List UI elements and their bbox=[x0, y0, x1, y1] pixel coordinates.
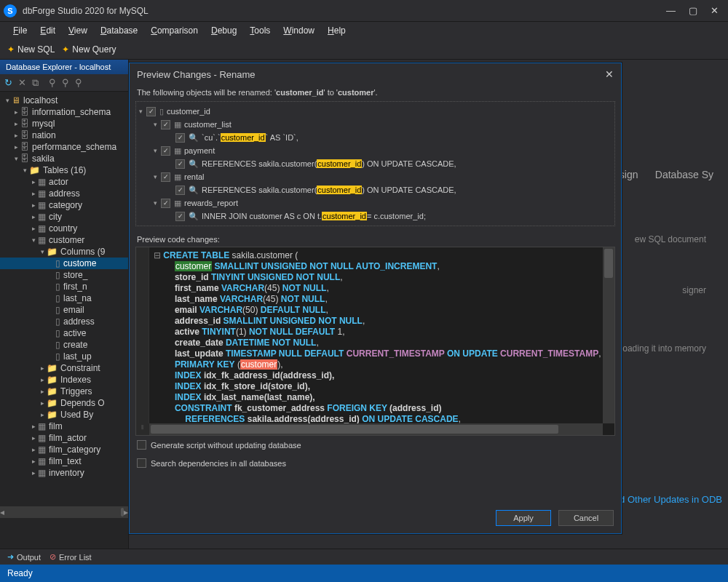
folder-node[interactable]: ▸📁Constraint bbox=[0, 362, 128, 374]
obj-node[interactable]: ▾✓▦rewards_report bbox=[139, 196, 612, 210]
table-node[interactable]: ▸▦address bbox=[0, 188, 128, 199]
table-node[interactable]: ▸▦category bbox=[0, 199, 128, 211]
delete-icon[interactable]: ✕ bbox=[18, 77, 26, 88]
column-node[interactable]: ▯store_ bbox=[0, 269, 128, 281]
db-node[interactable]: ▸🗄mysql bbox=[0, 118, 128, 129]
db-node[interactable]: ▸🗄nation bbox=[0, 129, 128, 141]
table-node[interactable]: ▸▦film bbox=[0, 420, 128, 432]
close-button[interactable]: ✕ bbox=[711, 5, 719, 16]
code-gutter bbox=[136, 247, 149, 435]
menu-debug[interactable]: Debug bbox=[205, 24, 242, 37]
new-sql-button[interactable]: ✦New SQL bbox=[7, 44, 55, 55]
folder-node[interactable]: ▸📁Indexes bbox=[0, 374, 128, 386]
column-node[interactable]: ▯last_up bbox=[0, 351, 128, 362]
tables-folder[interactable]: ▾📁Tables (16) bbox=[0, 164, 128, 176]
code-preview[interactable]: ⊟ CREATE TABLE sakila.customer ( custome… bbox=[135, 247, 615, 436]
column-node[interactable]: ▯create bbox=[0, 339, 128, 351]
menu-edit[interactable]: Edit bbox=[34, 24, 61, 37]
column-customer-id[interactable]: ▯custome bbox=[0, 258, 128, 269]
scroll-right-icon[interactable]: ▸ bbox=[124, 507, 128, 517]
checkbox-icon[interactable]: ✓ bbox=[146, 107, 156, 116]
obj-node[interactable]: ▾✓▦payment bbox=[139, 144, 612, 157]
checkbox-icon[interactable]: ✓ bbox=[175, 159, 185, 169]
code-vscrollbar[interactable] bbox=[603, 247, 614, 423]
scroll-left-icon[interactable]: ◂ bbox=[0, 507, 4, 517]
checkbox-icon[interactable]: ✓ bbox=[175, 133, 185, 143]
checkbox-icon[interactable]: ✓ bbox=[161, 199, 170, 208]
new-query-button[interactable]: ✦New Query bbox=[62, 44, 116, 55]
table-node[interactable]: ▸▦city bbox=[0, 211, 128, 223]
maximize-button[interactable]: ▢ bbox=[689, 5, 697, 16]
option-generate-script[interactable]: Generate script without updating databas… bbox=[130, 436, 621, 454]
column-node[interactable]: ▯email bbox=[0, 304, 128, 316]
obj-detail[interactable]: ✓🔍`cu`.`customer_id` AS `ID`, bbox=[139, 131, 612, 144]
obj-node[interactable]: ▾✓▦customer_list bbox=[139, 118, 612, 131]
folder-node[interactable]: ▸📁Triggers bbox=[0, 386, 128, 397]
folder-node[interactable]: ▸📁Used By bbox=[0, 409, 128, 420]
checkbox-icon[interactable]: ✓ bbox=[175, 186, 185, 195]
menu-database[interactable]: Database bbox=[95, 24, 143, 37]
explorer-hscrollbar[interactable]: ◂ ▸ bbox=[0, 506, 128, 518]
server-node[interactable]: ▾🖥localhost bbox=[0, 95, 128, 106]
table-node[interactable]: ▸▦film_actor bbox=[0, 432, 128, 444]
obj-detail[interactable]: ✓🔍REFERENCES sakila.customer(customer_id… bbox=[139, 157, 612, 170]
table-node[interactable]: ▸▦film_category bbox=[0, 444, 128, 455]
apply-button[interactable]: Apply bbox=[496, 510, 551, 526]
copy-icon[interactable]: ⧉ bbox=[32, 77, 39, 89]
table-node[interactable]: ▸▦country bbox=[0, 223, 128, 234]
menu-window[interactable]: Window bbox=[277, 24, 320, 37]
cancel-button[interactable]: Cancel bbox=[558, 510, 614, 526]
menu-comparison[interactable]: Comparison bbox=[145, 24, 204, 37]
filter-icon[interactable]: ⚲ bbox=[49, 77, 56, 88]
db-node[interactable]: ▸🗄information_schema bbox=[0, 106, 128, 118]
folder-icon: 📁 bbox=[29, 165, 40, 175]
obj-detail[interactable]: ✓🔍INNER JOIN customer AS c ON t.customer… bbox=[139, 210, 612, 223]
checkbox-icon[interactable]: ✓ bbox=[161, 120, 170, 129]
checkbox-icon[interactable]: ✓ bbox=[161, 146, 170, 156]
menu-help[interactable]: Help bbox=[322, 24, 352, 37]
obj-detail[interactable]: ✓🔍REFERENCES sakila.customer(customer_id… bbox=[139, 183, 612, 196]
menu-view[interactable]: View bbox=[63, 24, 93, 37]
news-link[interactable]: nd Other Updates in ODB bbox=[614, 494, 722, 505]
column-node[interactable]: ▯address bbox=[0, 316, 128, 327]
filter3-icon[interactable]: ⚲ bbox=[75, 77, 82, 88]
column-node[interactable]: ▯last_na bbox=[0, 292, 128, 304]
minimize-button[interactable]: — bbox=[666, 5, 676, 16]
table-customer[interactable]: ▾▦customer bbox=[0, 234, 128, 246]
table-node[interactable]: ▸▦actor bbox=[0, 176, 128, 188]
menu-tools[interactable]: Tools bbox=[244, 24, 276, 37]
menu-file[interactable]: File bbox=[7, 24, 33, 37]
error-list-tab[interactable]: ⊘Error List bbox=[50, 552, 92, 562]
checkbox-icon[interactable]: ✓ bbox=[175, 212, 185, 221]
db-node[interactable]: ▸🗄performance_schema bbox=[0, 141, 128, 153]
table-node[interactable]: ▸▦film_text bbox=[0, 455, 128, 467]
db-explorer-toolbar: ↻ ✕ ⧉ ⚲ ⚲ ⚲ bbox=[0, 74, 128, 92]
dialog-close-button[interactable]: ✕ bbox=[605, 68, 614, 80]
objects-tree[interactable]: ▾✓▯customer_id ▾✓▦customer_list✓🔍`cu`.`c… bbox=[135, 101, 615, 226]
column-icon: ▯ bbox=[55, 328, 60, 338]
obj-root[interactable]: ▾✓▯customer_id bbox=[139, 105, 612, 118]
db-explorer-tree[interactable]: ▾🖥localhost ▸🗄information_schema▸🗄mysql▸… bbox=[0, 92, 128, 506]
checkbox-icon[interactable]: ✓ bbox=[161, 172, 170, 182]
dialog-titlebar[interactable]: Preview Changes - Rename ✕ bbox=[130, 63, 621, 85]
folder-icon: 📁 bbox=[47, 375, 58, 385]
checkbox-icon[interactable] bbox=[137, 440, 146, 450]
column-node[interactable]: ▯first_n bbox=[0, 281, 128, 292]
db-sakila[interactable]: ▾🗄sakila bbox=[0, 153, 128, 164]
obj-node[interactable]: ▾✓▦rental bbox=[139, 170, 612, 183]
filter2-icon[interactable]: ⚲ bbox=[62, 77, 69, 88]
output-tab[interactable]: ➜Output bbox=[7, 552, 41, 562]
checkbox-icon[interactable] bbox=[137, 458, 146, 468]
columns-folder[interactable]: ▾📁Columns (9 bbox=[0, 246, 128, 258]
scrollbar-thumb[interactable] bbox=[604, 249, 613, 278]
folder-icon: 📁 bbox=[47, 410, 58, 420]
output-bar: ➜Output ⊘Error List bbox=[0, 549, 728, 565]
table-node[interactable]: ▸▦inventory bbox=[0, 467, 128, 479]
column-node[interactable]: ▯active bbox=[0, 327, 128, 339]
split-grip-icon[interactable]: ⦀ bbox=[136, 423, 149, 435]
folder-node[interactable]: ▸📁Depends O bbox=[0, 397, 128, 409]
code-hscrollbar[interactable] bbox=[149, 423, 603, 435]
option-search-dependencies[interactable]: Search dependencies in all databases bbox=[130, 454, 621, 472]
refresh-icon[interactable]: ↻ bbox=[4, 77, 12, 88]
scrollbar-thumb[interactable] bbox=[151, 425, 558, 434]
